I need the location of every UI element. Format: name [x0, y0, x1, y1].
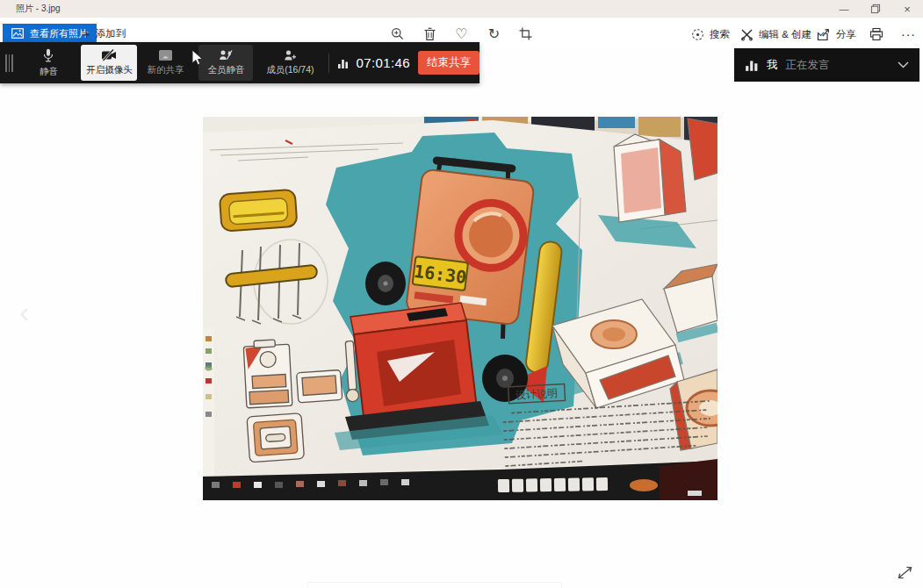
add-to-label: 添加到	[96, 27, 126, 40]
speaking-bars-icon	[745, 58, 759, 72]
maximize-button[interactable]	[860, 0, 891, 18]
toolbar-divider	[328, 54, 329, 73]
left-wheel	[365, 262, 406, 305]
search-label: 搜索	[710, 28, 730, 41]
printer-icon	[869, 27, 883, 41]
photos-icon	[11, 28, 24, 39]
camera-on-label: 开启摄像头	[86, 64, 133, 76]
member-add-icon	[283, 49, 297, 61]
network-signal-icon	[337, 57, 350, 69]
share-label: 分享	[836, 28, 856, 41]
search-button[interactable]: 搜索	[691, 25, 730, 43]
photo-image[interactable]: 16:30	[203, 117, 717, 500]
end-share-button[interactable]: 结束共享	[418, 51, 480, 75]
share-timer: 07:01:46	[356, 55, 410, 70]
filmstrip-edge	[307, 582, 562, 588]
view-all-photos-label: 查看所有照片	[30, 27, 88, 40]
design-sketch: 16:30	[203, 117, 717, 500]
edit-create-label: 编辑 & 创建	[759, 28, 811, 41]
drag-handle[interactable]	[5, 54, 13, 72]
edit-create-button[interactable]: 编辑 & 创建	[740, 25, 825, 43]
mute-all-label: 全员静音	[207, 64, 244, 76]
app-window: 照片 - 3.jpg — × 查看所有照片 + 添加到	[0, 0, 923, 588]
design-notes-title: 设计说明	[516, 387, 559, 401]
mute-button[interactable]: 静音	[27, 45, 71, 81]
mute-all-button[interactable]: 全员静音	[198, 45, 253, 81]
search-icon	[691, 28, 704, 41]
rotate-button[interactable]: ↻	[487, 26, 501, 41]
mouse-cursor	[191, 50, 204, 68]
camera-off-icon	[101, 49, 117, 61]
minimize-button[interactable]: —	[828, 0, 860, 18]
previous-photo-button[interactable]: ‹	[19, 295, 29, 329]
restore-icon	[870, 4, 881, 14]
members-label: 成员(16/74)	[266, 64, 314, 76]
speaking-status: 正在发言	[786, 58, 830, 73]
zoom-button[interactable]	[390, 26, 405, 41]
plus-icon: +	[83, 27, 90, 40]
panel-chevron-down-icon[interactable]	[898, 61, 909, 68]
window-title: 照片 - 3.jpg	[16, 3, 61, 15]
speaking-panel[interactable]: 我 正在发言	[734, 48, 919, 82]
share-screen-icon	[158, 49, 173, 61]
heart-icon: ♡	[455, 27, 467, 41]
mute-all-icon	[219, 49, 233, 61]
meeting-toolbar: 静音 开启摄像头 新的共享 全员静	[0, 42, 480, 83]
more-icon: ···	[901, 28, 916, 40]
favorite-button[interactable]: ♡	[454, 26, 469, 41]
share-button[interactable]: 分享	[817, 25, 856, 43]
microphone-icon	[42, 48, 54, 63]
add-to-button[interactable]: + 添加到	[83, 24, 126, 43]
new-share-label: 新的共享	[147, 64, 184, 76]
yellow-detail-study	[220, 190, 298, 232]
see-more-button[interactable]: ···	[901, 25, 916, 43]
rotate-icon: ↻	[488, 27, 500, 41]
print-button[interactable]	[869, 25, 883, 43]
titlebar: 照片 - 3.jpg — ×	[0, 0, 923, 18]
delete-button[interactable]	[422, 26, 437, 41]
crop-button[interactable]	[518, 26, 533, 41]
window-controls: — ×	[828, 0, 923, 18]
edge-color-chart	[203, 329, 214, 475]
camera-on-button[interactable]: 开启摄像头	[81, 45, 137, 81]
photo-viewer: ‹	[0, 49, 923, 588]
crop-icon	[519, 27, 532, 40]
end-share-label: 结束共享	[427, 55, 471, 70]
edit-create-icon	[740, 28, 754, 41]
mute-label: 静音	[40, 66, 58, 78]
close-button[interactable]: ×	[891, 0, 923, 18]
share-icon	[817, 28, 831, 41]
trash-icon	[423, 27, 436, 41]
expand-fullscreen-button[interactable]	[897, 565, 913, 580]
speaker-name: 我	[767, 58, 778, 73]
machine-panel: 16:30	[406, 169, 535, 325]
new-share-button[interactable]: 新的共享	[141, 45, 190, 81]
members-button[interactable]: 成员(16/74)	[258, 45, 321, 81]
zoom-icon	[391, 27, 405, 41]
